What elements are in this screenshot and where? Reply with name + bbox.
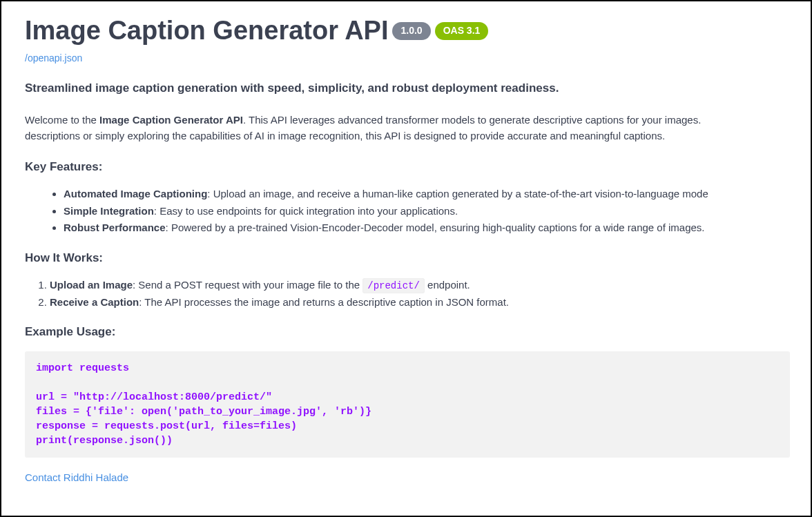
intro-line2: descriptions or simply exploring the cap…	[25, 130, 665, 142]
inline-code-endpoint: /predict/	[362, 278, 425, 293]
intro-paragraph: Welcome to the Image Caption Generator A…	[25, 112, 790, 144]
intro-line1-rest: . This API leverages advanced transforme…	[243, 114, 701, 126]
tagline: Streamlined image caption generation wit…	[25, 81, 790, 95]
oas-badge: OAS 3.1	[435, 22, 489, 40]
list-item: Robust Performance: Powered by a pre-tra…	[64, 220, 790, 236]
title-row: Image Caption Generator API 1.0.0 OAS 3.…	[25, 15, 790, 47]
list-item: Receive a Caption: The API processes the…	[50, 295, 790, 311]
features-heading: Key Features:	[25, 160, 790, 174]
list-item: Upload an Image: Send a POST request wit…	[50, 277, 790, 293]
page-title: Image Caption Generator API	[25, 15, 388, 47]
steps-list: Upload an Image: Send a POST request wit…	[25, 277, 790, 311]
example-heading: Example Usage:	[25, 325, 790, 339]
features-list: Automated Image Captioning: Upload an im…	[25, 186, 790, 236]
list-item: Automated Image Captioning: Upload an im…	[64, 186, 790, 202]
example-code-block: import requests url = "http://localhost:…	[25, 351, 790, 458]
intro-prefix: Welcome to the	[25, 114, 99, 126]
openapi-spec-link[interactable]: /openapi.json	[25, 52, 790, 64]
how-heading: How It Works:	[25, 251, 790, 265]
list-item: Simple Integration: Easy to use endpoint…	[64, 204, 790, 220]
contact-link[interactable]: Contact Riddhi Halade	[25, 471, 128, 483]
version-badge: 1.0.0	[392, 22, 430, 40]
intro-bold: Image Caption Generator API	[99, 114, 243, 126]
